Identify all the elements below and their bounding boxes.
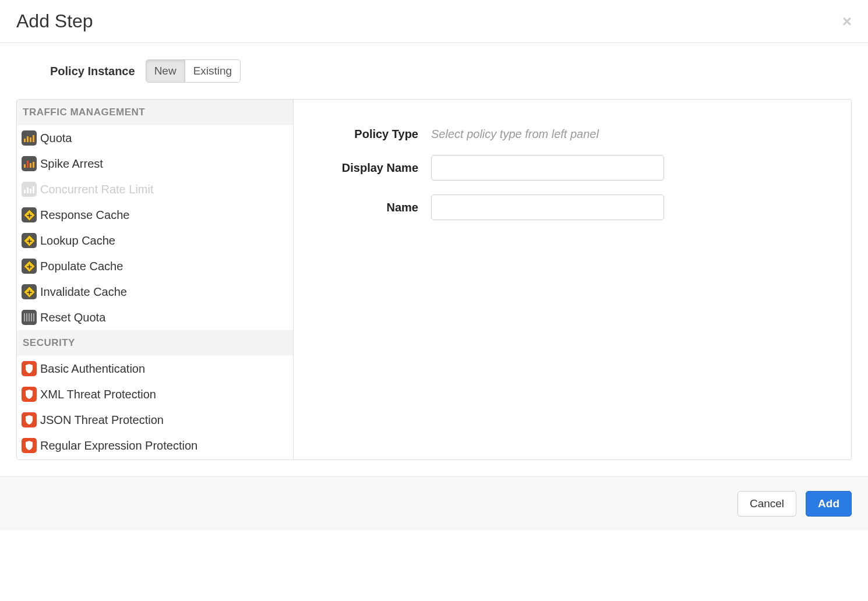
diamond-icon [22, 207, 37, 222]
shield-icon [22, 387, 37, 402]
modal-footer: Cancel Add [0, 476, 868, 531]
panel-area: TRAFFIC MANAGEMENT Quota Spike Arrest [16, 99, 852, 460]
policy-item-xml-threat[interactable]: XML Threat Protection [17, 381, 293, 407]
policy-item-basic-auth[interactable]: Basic Authentication [17, 356, 293, 381]
policy-item-concurrent-rate-limit: Concurrent Rate Limit [17, 176, 293, 202]
bars-icon [22, 156, 37, 171]
policy-item-label: Quota [40, 132, 72, 145]
traffic-list: Quota Spike Arrest Concurrent Rate Limit [17, 125, 293, 330]
shield-icon [22, 438, 37, 453]
shield-icon [22, 412, 37, 427]
policy-item-response-cache[interactable]: Response Cache [17, 202, 293, 228]
policy-item-quota[interactable]: Quota [17, 125, 293, 151]
policy-instance-label: Policy Instance [50, 65, 135, 78]
stripes-icon [22, 310, 37, 325]
shield-icon [22, 361, 37, 376]
add-button[interactable]: Add [806, 491, 852, 517]
bars-icon [22, 130, 37, 146]
policy-type-placeholder: Select policy type from left panel [431, 128, 599, 141]
policy-item-label: Reset Quota [40, 311, 105, 324]
diamond-icon [22, 284, 37, 299]
policy-item-regex-protection[interactable]: Regular Expression Protection [17, 433, 293, 458]
policy-type-row: Policy Type Select policy type from left… [315, 128, 830, 141]
name-input[interactable] [431, 195, 664, 220]
bars-icon [22, 182, 37, 197]
policy-type-label: Policy Type [315, 128, 431, 141]
policy-item-populate-cache[interactable]: Populate Cache [17, 253, 293, 279]
display-name-input[interactable] [431, 155, 664, 181]
cancel-button[interactable]: Cancel [738, 491, 796, 517]
policy-item-label: Lookup Cache [40, 234, 115, 248]
policy-item-label: XML Threat Protection [40, 388, 156, 401]
diamond-icon [22, 233, 37, 248]
policy-item-invalidate-cache[interactable]: Invalidate Cache [17, 279, 293, 305]
modal-body: Policy Instance New Existing TRAFFIC MAN… [0, 43, 868, 476]
policy-item-label: JSON Threat Protection [40, 413, 164, 427]
modal-title: Add Step [16, 10, 93, 32]
policy-item-spike-arrest[interactable]: Spike Arrest [17, 151, 293, 176]
policy-instance-row: Policy Instance New Existing [16, 59, 852, 83]
policy-item-label: Basic Authentication [40, 362, 145, 376]
policy-item-json-threat[interactable]: JSON Threat Protection [17, 407, 293, 433]
section-traffic-header: TRAFFIC MANAGEMENT [17, 100, 293, 125]
add-step-modal: Add Step × Policy Instance New Existing … [0, 0, 868, 531]
policy-item-label: Concurrent Rate Limit [40, 183, 154, 196]
policy-item-label: Response Cache [40, 208, 129, 222]
policy-item-lookup-cache[interactable]: Lookup Cache [17, 228, 293, 253]
policy-item-label: Regular Expression Protection [40, 439, 197, 452]
policy-item-label: Invalidate Cache [40, 285, 127, 299]
policy-form-panel: Policy Type Select policy type from left… [294, 100, 851, 459]
close-icon[interactable]: × [842, 13, 852, 30]
policy-list-panel[interactable]: TRAFFIC MANAGEMENT Quota Spike Arrest [17, 100, 294, 459]
display-name-row: Display Name [315, 155, 830, 181]
policy-item-label: Populate Cache [40, 260, 123, 273]
security-list: Basic Authentication XML Threat Protecti… [17, 356, 293, 458]
instance-existing-button[interactable]: Existing [185, 59, 241, 83]
display-name-label: Display Name [315, 161, 431, 175]
instance-new-button[interactable]: New [146, 59, 185, 83]
diamond-icon [22, 259, 37, 274]
policy-item-reset-quota[interactable]: Reset Quota [17, 305, 293, 330]
section-security-header: SECURITY [17, 330, 293, 356]
policy-item-label: Spike Arrest [40, 157, 103, 171]
modal-header: Add Step × [0, 0, 868, 43]
instance-toggle-group: New Existing [146, 59, 241, 83]
name-row: Name [315, 195, 830, 220]
name-label: Name [315, 201, 431, 214]
